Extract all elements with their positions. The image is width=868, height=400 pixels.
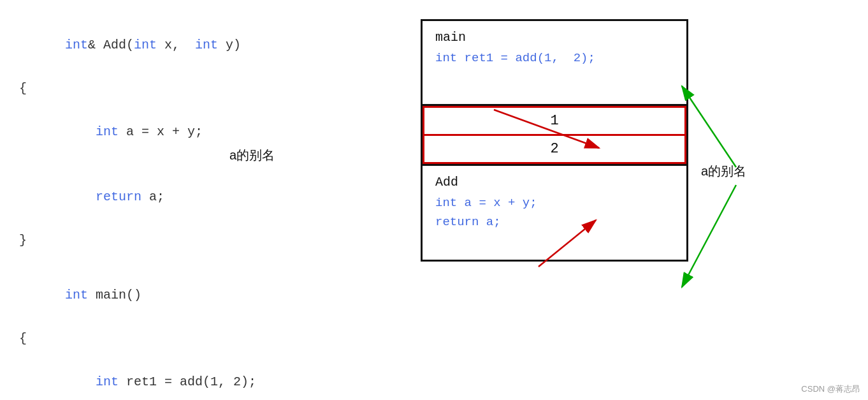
- main-code-line: int ret1 = add(1, 2);: [435, 51, 674, 65]
- stack-main-frame: main int ret1 = add(1, 2);: [423, 21, 686, 104]
- code-line-7: int main(): [19, 263, 351, 328]
- main-label: main: [435, 30, 674, 45]
- green-arrow-top: [682, 86, 736, 167]
- alias-label-left: a的别名: [229, 147, 275, 164]
- diagram-panel: main int ret1 = add(1, 2); 1 2 Add int a…: [370, 0, 868, 400]
- code-line-1: int& Add(int x, int y): [19, 13, 351, 78]
- code-line-2: {: [19, 78, 351, 100]
- add-code-line-2: return a;: [435, 215, 674, 229]
- keyword-int-main: int: [65, 288, 88, 302]
- keyword-return-1: return: [96, 189, 141, 204]
- code-text-1b: x,: [157, 38, 195, 52]
- code-line-8: {: [19, 328, 351, 350]
- keyword-int-y: int: [195, 38, 218, 52]
- code-text-1c: y): [218, 38, 241, 52]
- code-text-4: a;: [141, 189, 164, 204]
- code-text-9: ret1 = add(1, 2);: [119, 374, 256, 389]
- code-line-4: return a;: [19, 165, 351, 230]
- spacer-1: [19, 251, 351, 263]
- add-label: Add: [435, 175, 674, 189]
- stack-outer: main int ret1 = add(1, 2); 1 2 Add int a…: [421, 19, 688, 262]
- red-boxes-container: 1 2: [423, 104, 686, 164]
- code-text-7: main(): [88, 288, 141, 302]
- code-panel: int& Add(int x, int y) { int a = x + y; …: [0, 0, 370, 400]
- main-container: int& Add(int x, int y) { int a = x + y; …: [0, 0, 868, 400]
- red-box-1: 1: [423, 106, 686, 134]
- keyword-int-x: int: [134, 38, 157, 52]
- red-box-2: 2: [423, 134, 686, 164]
- code-line-3: int a = x + y;: [19, 100, 351, 165]
- code-line-5: }: [19, 230, 351, 251]
- green-arrow-bottom: [682, 185, 736, 287]
- keyword-int-ref: int: [65, 38, 88, 52]
- code-text-3: a = x + y;: [119, 124, 203, 139]
- keyword-int-ret1: int: [96, 374, 119, 389]
- alias-label-right: a的别名: [701, 163, 746, 180]
- add-code-line-1: int a = x + y;: [435, 196, 674, 210]
- code-text-1: & Add(: [88, 38, 134, 52]
- watermark: CSDN @蒋志昂: [801, 383, 860, 395]
- code-line-9: int ret1 = add(1, 2);: [19, 350, 351, 400]
- stack-add-frame: Add int a = x + y; return a;: [423, 164, 686, 260]
- keyword-int-a: int: [96, 124, 119, 139]
